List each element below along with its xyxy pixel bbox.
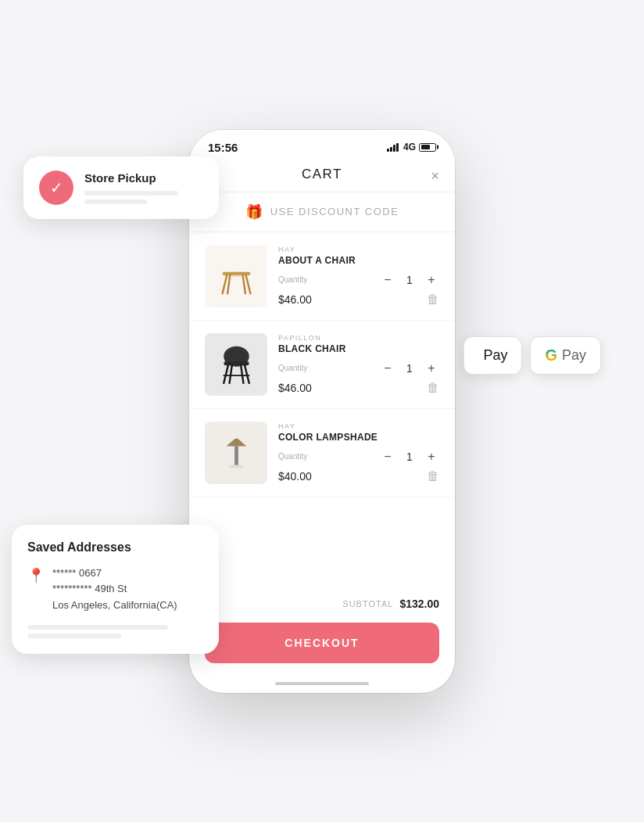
qty-controls-3: − 1 +: [380, 449, 439, 465]
subtotal-amount: $132.00: [399, 598, 439, 610]
cart-item-2: PAPILLON BLACK CHAIR Quantity − 1 + $46.…: [189, 321, 455, 409]
subtotal-label: SUBTOTAL: [342, 599, 393, 608]
svg-line-3: [245, 275, 250, 294]
svg-point-14: [228, 465, 244, 468]
apple-pay-button[interactable]: Pay: [463, 336, 522, 375]
item-price-3: $40.00: [278, 470, 312, 483]
address-line-1: ****** 0667: [52, 565, 177, 582]
item-name-2: BLACK CHAIR: [278, 343, 439, 354]
qty-decrease-2[interactable]: −: [380, 361, 395, 376]
pickup-title: Store Pickup: [84, 171, 178, 185]
store-pickup-card: ✓ Store Pickup: [23, 156, 219, 219]
item-price-row-3: $40.00 🗑: [278, 469, 439, 483]
pickup-line-1: [84, 191, 178, 196]
google-pay-button[interactable]: G Pay: [530, 336, 601, 375]
cart-items-list: HAY ABOUT A CHAIR Quantity − 1 + $46.00 …: [189, 232, 455, 588]
item-image-2: [205, 333, 267, 396]
pickup-checkmark-icon: ✓: [39, 171, 73, 205]
delete-icon-3[interactable]: 🗑: [427, 469, 439, 483]
item-price-row-2: $46.00 🗑: [278, 381, 439, 395]
pickup-lines: [84, 191, 178, 204]
item-price-1: $46.00: [278, 293, 312, 306]
gift-icon: 🎁: [245, 203, 263, 221]
address-lines-placeholder: [27, 625, 203, 638]
google-pay-label: Pay: [562, 347, 586, 364]
saved-addresses-card: Saved Addresses 📍 ****** 0667 **********…: [12, 525, 219, 654]
qty-value-1: 1: [403, 274, 416, 286]
svg-rect-13: [234, 446, 238, 465]
quantity-row-2: Quantity − 1 +: [278, 361, 439, 376]
qty-increase-2[interactable]: +: [424, 361, 439, 376]
svg-line-5: [242, 275, 245, 294]
cart-header: CART ×: [189, 160, 455, 192]
pay-buttons-overlay: Pay G Pay: [463, 336, 601, 375]
qty-value-2: 1: [403, 362, 416, 375]
qty-value-3: 1: [403, 450, 416, 463]
status-icons: 4G: [387, 142, 436, 153]
discount-section[interactable]: 🎁 USE DISCOUNT CODE: [189, 192, 455, 232]
checkout-button[interactable]: CHECKOUT: [205, 623, 439, 663]
qty-label-1: Quantity: [278, 275, 307, 284]
cart-item-3: HAY COLOR LAMPSHADE Quantity − 1 + $40.0…: [189, 409, 455, 497]
qty-controls-1: − 1 +: [380, 272, 439, 288]
network-label: 4G: [403, 142, 416, 153]
svg-line-9: [245, 365, 249, 383]
addresses-title: Saved Addresses: [27, 540, 203, 555]
address-line-2: ********** 49th St: [52, 581, 177, 598]
item-name-1: ABOUT A CHAIR: [278, 255, 439, 266]
delete-icon-2[interactable]: 🗑: [427, 381, 439, 395]
item-category-1: HAY: [278, 246, 439, 253]
apple-pay-label: Pay: [483, 347, 507, 364]
svg-line-4: [227, 275, 230, 294]
quantity-row-1: Quantity − 1 +: [278, 272, 439, 288]
phone-frame: 15:56 4G CART × 🎁 USE DISCOUNT: [189, 130, 455, 693]
item-price-2: $46.00: [278, 382, 312, 394]
qty-increase-3[interactable]: +: [424, 449, 439, 465]
item-category-3: HAY: [278, 422, 439, 430]
cart-item-1: HAY ABOUT A CHAIR Quantity − 1 + $46.00 …: [189, 232, 455, 321]
qty-decrease-3[interactable]: −: [380, 449, 395, 465]
item-price-row-1: $46.00 🗑: [278, 293, 439, 307]
item-image-3: [205, 422, 267, 484]
location-pin-icon: 📍: [27, 567, 45, 584]
status-bar: 15:56 4G: [189, 130, 455, 160]
item-details-1: HAY ABOUT A CHAIR Quantity − 1 + $46.00 …: [278, 246, 439, 307]
svg-line-2: [222, 275, 227, 294]
svg-line-11: [241, 365, 243, 383]
item-details-2: PAPILLON BLACK CHAIR Quantity − 1 + $46.…: [278, 334, 439, 395]
signal-bars-icon: [387, 142, 399, 152]
address-line-3: Los Angeles, California(CA): [52, 598, 177, 614]
address-entry: 📍 ****** 0667 ********** 49th St Los Ang…: [27, 565, 203, 614]
item-name-3: COLOR LAMPSHADE: [278, 432, 439, 443]
svg-line-10: [229, 365, 231, 383]
address-text: ****** 0667 ********** 49th St Los Angel…: [52, 565, 177, 614]
addr-placeholder-2: [27, 634, 121, 638]
discount-code-button[interactable]: USE DISCOUNT CODE: [270, 206, 399, 217]
pickup-content: Store Pickup: [84, 171, 178, 204]
quantity-row-3: Quantity − 1 +: [278, 449, 439, 465]
item-image-1: [205, 245, 267, 307]
phone-inner: 15:56 4G CART × 🎁 USE DISCOUNT: [189, 130, 455, 693]
google-g-icon: G: [545, 346, 557, 364]
qty-controls-2: − 1 +: [380, 361, 439, 376]
item-details-3: HAY COLOR LAMPSHADE Quantity − 1 + $40.0…: [278, 422, 439, 483]
pickup-line-2: [84, 199, 147, 204]
status-time: 15:56: [208, 141, 238, 154]
subtotal-row: SUBTOTAL $132.00: [189, 588, 455, 616]
battery-icon: [419, 143, 436, 152]
svg-line-8: [224, 365, 228, 383]
qty-decrease-1[interactable]: −: [380, 272, 395, 288]
item-category-2: PAPILLON: [278, 334, 439, 342]
close-button[interactable]: ×: [431, 167, 439, 184]
qty-label-2: Quantity: [278, 364, 307, 372]
addr-placeholder-1: [27, 625, 168, 630]
home-indicator: [275, 682, 369, 685]
delete-icon-1[interactable]: 🗑: [427, 293, 439, 307]
qty-increase-1[interactable]: +: [424, 272, 439, 288]
qty-label-3: Quantity: [278, 452, 307, 461]
cart-title: CART: [302, 167, 342, 182]
